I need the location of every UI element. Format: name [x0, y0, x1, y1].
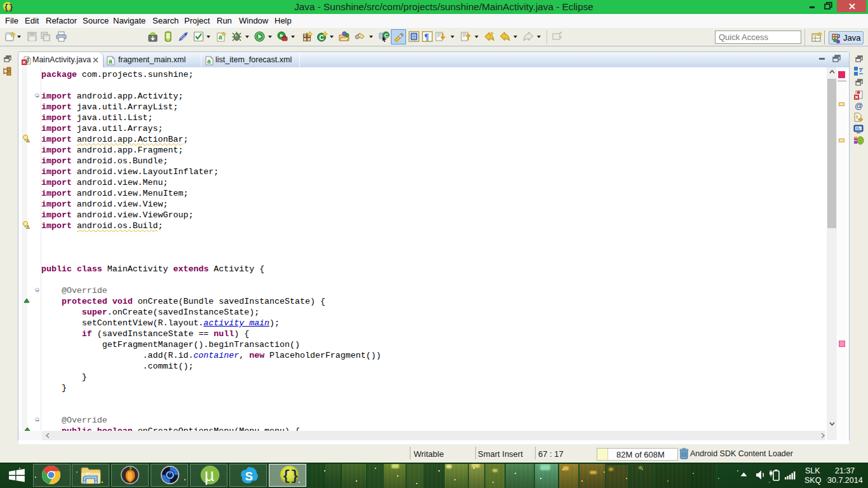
svg-text:¶: ¶	[424, 32, 430, 42]
svg-text:µ: µ	[205, 465, 215, 485]
svg-text:{}: {}	[4, 3, 13, 12]
svg-text:a: a	[109, 58, 112, 65]
svg-text:@: @	[855, 101, 863, 111]
svg-text:a: a	[207, 58, 211, 65]
svg-text:J: J	[837, 33, 840, 39]
svg-text:C: C	[384, 32, 389, 39]
svg-text:a: a	[219, 34, 222, 41]
svg-text:S: S	[245, 470, 253, 483]
svg-text:{}: {}	[282, 468, 299, 484]
